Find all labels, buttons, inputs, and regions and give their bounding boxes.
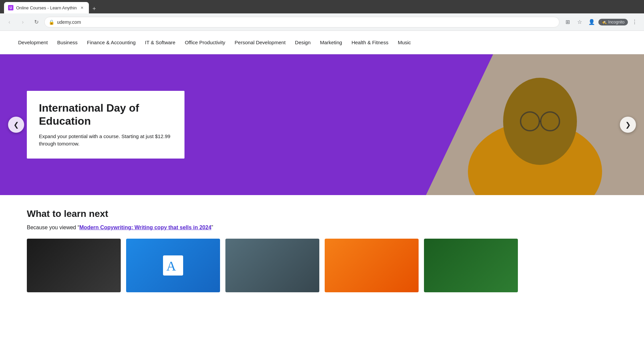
incognito-icon: 🕵 xyxy=(602,20,607,24)
course-card-thumb-5 xyxy=(424,239,518,292)
nav-item-marketing[interactable]: Marketing xyxy=(315,31,347,54)
nav-item-office-productivity[interactable]: Office Productivity xyxy=(180,31,230,54)
nav-item-music[interactable]: Music xyxy=(393,31,416,54)
carousel-prev-button[interactable]: ❮ xyxy=(8,117,24,133)
nav-item-design[interactable]: Design xyxy=(290,31,315,54)
tab-strip: Online Courses - Learn Anythin ✕ + xyxy=(0,0,644,13)
profile-button[interactable]: 👤 xyxy=(586,17,597,27)
hero-person-area xyxy=(359,54,644,195)
course-card-1[interactable] xyxy=(27,239,121,292)
hero-card: International Day of Education Expand yo… xyxy=(27,91,184,159)
menu-button[interactable]: ⋮ xyxy=(629,17,640,27)
incognito-label: Incognito xyxy=(608,20,625,24)
course-card-2[interactable]: A xyxy=(126,239,220,292)
course-card-5[interactable] xyxy=(424,239,518,292)
section-subtitle: Because you viewed “Modern Copywriting: … xyxy=(27,225,617,231)
nav-item-health-fitness[interactable]: Health & Fitness xyxy=(347,31,393,54)
tab-title: Online Courses - Learn Anythin xyxy=(16,5,77,10)
nav-item-it-software[interactable]: IT & Software xyxy=(140,31,180,54)
back-button[interactable]: ‹ xyxy=(4,17,15,27)
active-tab[interactable]: Online Courses - Learn Anythin ✕ xyxy=(4,2,89,13)
person-silhouette-svg xyxy=(426,54,644,195)
site-nav: Development Business Finance & Accountin… xyxy=(0,31,644,54)
nav-item-business[interactable]: Business xyxy=(52,31,82,54)
hero-person-photo xyxy=(426,54,644,195)
nav-item-finance[interactable]: Finance & Accounting xyxy=(82,31,140,54)
hero-subtitle: Expand your potential with a course. Sta… xyxy=(39,133,172,148)
course-card-3[interactable] xyxy=(225,239,319,292)
new-tab-button[interactable]: + xyxy=(90,4,99,13)
carousel-next-button[interactable]: ❯ xyxy=(620,117,636,133)
hero-title: International Day of Education xyxy=(39,102,172,127)
course-card-thumb-3 xyxy=(225,239,319,292)
course-card-4[interactable] xyxy=(325,239,419,292)
hero-content: International Day of Education Expand yo… xyxy=(0,91,184,159)
url-text: udemy.com xyxy=(57,19,555,25)
nav-item-personal-development[interactable]: Personal Development xyxy=(230,31,290,54)
website: Development Business Finance & Accountin… xyxy=(0,31,644,306)
because-course-link[interactable]: Modern Copywriting: Writing copy that se… xyxy=(79,225,212,230)
section-title: What to learn next xyxy=(27,208,617,219)
course-cards-container: A xyxy=(27,239,617,292)
tab-close-button[interactable]: ✕ xyxy=(79,5,85,10)
svg-text:A: A xyxy=(166,258,176,274)
refresh-button[interactable]: ↻ xyxy=(31,17,42,27)
hero-banner: International Day of Education Expand yo… xyxy=(0,54,644,195)
address-bar[interactable]: 🔒 udemy.com xyxy=(44,17,559,27)
thumb-2-icon: A xyxy=(160,252,186,279)
because-prefix: Because you viewed “ xyxy=(27,225,79,230)
bookmark-button[interactable]: ☆ xyxy=(574,17,585,27)
forward-button[interactable]: › xyxy=(17,17,28,27)
because-suffix: ” xyxy=(211,225,213,230)
incognito-badge: 🕵 Incognito xyxy=(598,19,628,25)
course-card-thumb-4 xyxy=(325,239,419,292)
course-card-thumb-2: A xyxy=(126,239,220,292)
tab-favicon xyxy=(8,5,13,10)
browser-toolbar: ‹ › ↻ 🔒 udemy.com ⊞ ☆ 👤 🕵 Incognito ⋮ xyxy=(0,13,644,31)
nav-item-development[interactable]: Development xyxy=(13,31,52,54)
lock-icon: 🔒 xyxy=(49,19,54,25)
what-to-learn-section: What to learn next Because you viewed “M… xyxy=(0,195,644,306)
extensions-button[interactable]: ⊞ xyxy=(562,17,573,27)
toolbar-actions: ⊞ ☆ 👤 🕵 Incognito ⋮ xyxy=(562,17,640,27)
course-card-thumb-1 xyxy=(27,239,121,292)
